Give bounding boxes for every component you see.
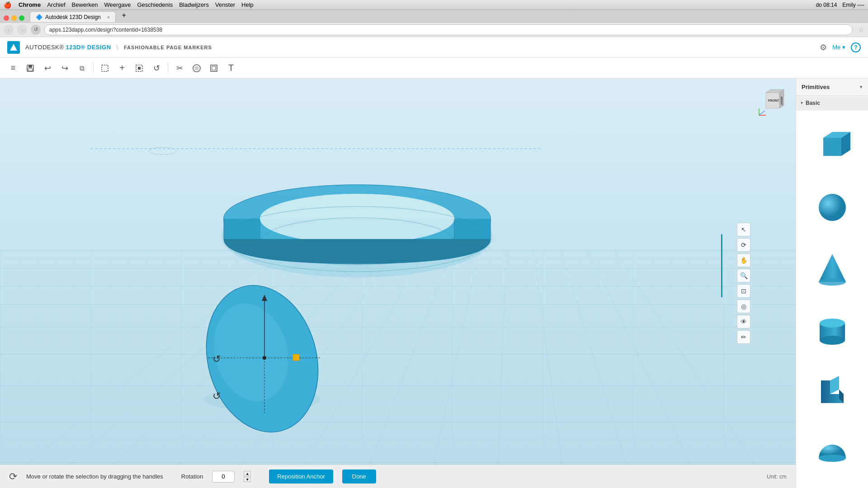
shape-cone[interactable] — [800, 237, 864, 299]
menubar-user[interactable]: Emily ---- — [842, 2, 864, 8]
view-cube[interactable]: FRONT RIGHT — [757, 86, 788, 117]
shape-bracket[interactable] — [800, 361, 864, 423]
pan-btn[interactable]: ✋ — [737, 253, 750, 267]
bottom-bar: ⟳ Move or rotate the selection by draggi… — [0, 465, 796, 488]
tab-close-btn[interactable]: × — [107, 14, 110, 20]
menu-venster[interactable]: Venster — [215, 1, 235, 8]
refresh-btn[interactable]: ↺ — [31, 25, 41, 35]
shape-half-sphere[interactable] — [800, 422, 864, 484]
svg-rect-10 — [212, 66, 216, 70]
user-menu[interactable]: Me ▾ — [832, 44, 845, 51]
menu-chrome[interactable]: Chrome — [19, 1, 41, 8]
url-input[interactable] — [44, 24, 853, 35]
menu-btn[interactable]: ≡ — [5, 61, 21, 76]
autodesk-logo-icon — [9, 43, 18, 52]
forward-btn[interactable]: › — [17, 25, 27, 35]
back-btn[interactable]: ‹ — [4, 25, 14, 35]
ring-object[interactable] — [222, 185, 493, 277]
select-icon — [100, 64, 109, 73]
help-button[interactable]: ? — [851, 42, 861, 52]
menu-archief[interactable]: Archief — [47, 1, 65, 8]
shape-cylinder[interactable] — [800, 299, 864, 361]
browser-chrome: 🔷 Autodesk 123D Design × + ‹ › ↺ ☆ — [0, 10, 868, 37]
viewport-tools: ↖ ⟳ ✋ 🔍 ⊡ ◎ 👁 ✏ — [737, 223, 750, 344]
minimize-window-btn[interactable] — [11, 15, 17, 21]
menu-geschiedenis[interactable]: Geschiedenis — [137, 1, 173, 8]
shape-sphere[interactable] — [800, 176, 864, 238]
header-right: ⚙ Me ▾ ? — [820, 42, 861, 52]
mac-menubar: 🍎 Chrome Archief Bewerken Weergave Gesch… — [0, 0, 868, 10]
done-btn[interactable]: Done — [342, 469, 376, 483]
orbit-btn[interactable]: ⟳ — [737, 238, 750, 252]
rotation-up-btn[interactable]: ▲ — [244, 471, 251, 476]
rotation-input[interactable] — [212, 471, 235, 483]
reposition-anchor-btn[interactable]: Reposition Anchor — [269, 469, 333, 483]
svg-rect-4 — [102, 65, 108, 71]
apple-logo-icon[interactable]: 🍎 — [4, 1, 11, 9]
shape-box[interactable] — [800, 114, 864, 176]
cone-shape-icon — [814, 250, 850, 286]
save-btn[interactable] — [23, 61, 38, 76]
unit-label: Unit: cm — [767, 474, 787, 480]
svg-point-8 — [194, 66, 199, 70]
svg-line-62 — [759, 111, 765, 115]
svg-rect-9 — [211, 65, 217, 71]
svg-point-70 — [819, 278, 846, 286]
add-btn[interactable]: + — [114, 61, 130, 76]
shell-btn[interactable] — [206, 61, 222, 76]
scroll-indicator — [721, 234, 722, 297]
duplicate-btn[interactable]: ⧉ — [74, 61, 90, 76]
svg-point-73 — [820, 336, 845, 345]
panel-dropdown-btn[interactable]: ▾ — [860, 84, 863, 90]
bookmark-star-icon[interactable]: ☆ — [858, 25, 864, 34]
browser-tab[interactable]: 🔷 Autodesk 123D Design × — [30, 11, 116, 22]
right-panel: Primitives ▾ ▾ Basic — [796, 79, 868, 488]
bracket-shape-icon — [814, 374, 850, 410]
menubar-right: do 08:14 Emily ---- — [816, 2, 864, 8]
view-cube-icon: FRONT RIGHT — [757, 86, 788, 117]
tab-favicon-icon: 🔷 — [36, 14, 42, 20]
perspective-btn[interactable]: ◎ — [737, 300, 750, 313]
svg-text:RIGHT: RIGHT — [780, 97, 783, 105]
select-btn[interactable] — [97, 61, 113, 76]
panel-section-header[interactable]: ▾ Basic — [796, 96, 868, 110]
settings-icon[interactable]: ⚙ — [820, 42, 827, 52]
snap-btn[interactable] — [132, 61, 147, 76]
refresh-view-btn[interactable]: ↺ — [149, 61, 164, 76]
panel-title: Primitives — [802, 84, 830, 90]
close-window-btn[interactable] — [4, 15, 9, 21]
snap-icon — [135, 64, 144, 73]
hint-text: Move or rotate the selection by dragging… — [26, 473, 163, 480]
viewport[interactable]: ↺ ↺ FRONT RIGHT — [0, 79, 796, 488]
main-layout: ↺ ↺ FRONT RIGHT — [0, 79, 868, 488]
overlay-btn[interactable]: ✏ — [737, 330, 750, 344]
svg-rect-3 — [28, 69, 33, 71]
app-header: AUTODESK® 123D® DESIGN \ FASHIONABLE PAG… — [0, 37, 868, 58]
toolbar: ≡ ↩ ↪ ⧉ + ↺ ✂ T — [0, 58, 868, 79]
select-mode-btn[interactable]: ↖ — [737, 223, 750, 236]
box-shape-icon — [814, 127, 850, 163]
menu-bladwijzers[interactable]: Bladwijzers — [179, 1, 209, 8]
group-btn[interactable] — [189, 61, 204, 76]
rotate-hint-icon: ⟳ — [9, 471, 17, 483]
section-title: Basic — [806, 100, 820, 106]
menu-bewerken[interactable]: Bewerken — [72, 1, 98, 8]
tab-bar: 🔷 Autodesk 123D Design × + — [0, 10, 868, 23]
new-tab-btn[interactable]: + — [118, 10, 130, 21]
fit-view-btn[interactable]: ⊡ — [737, 284, 750, 298]
redo-btn[interactable]: ↪ — [57, 61, 72, 76]
svg-rect-2 — [28, 65, 32, 68]
maximize-window-btn[interactable] — [19, 15, 24, 21]
cut-btn[interactable]: ✂ — [172, 61, 187, 76]
svg-marker-69 — [819, 254, 846, 282]
menu-weergave[interactable]: Weergave — [104, 1, 131, 8]
svg-point-74 — [819, 455, 846, 462]
zoom-btn[interactable]: 🔍 — [737, 269, 750, 282]
undo-btn[interactable]: ↩ — [40, 61, 55, 76]
text-btn[interactable]: T — [223, 61, 239, 76]
svg-point-41 — [260, 194, 454, 244]
menu-help[interactable]: Help — [241, 1, 254, 8]
rotation-label: Rotation — [181, 473, 203, 480]
visibility-btn[interactable]: 👁 — [737, 315, 750, 328]
rotation-down-btn[interactable]: ▼ — [244, 477, 251, 482]
